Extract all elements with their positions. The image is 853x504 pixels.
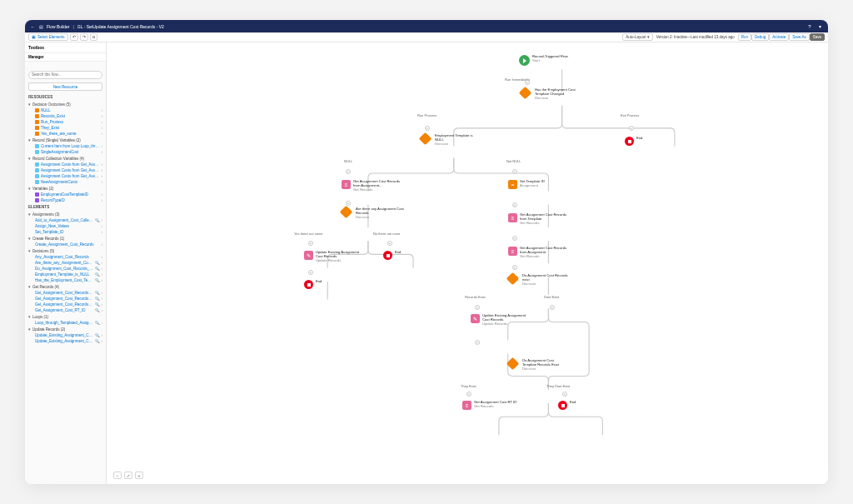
group-variables[interactable]: ▾Variables (2) <box>25 185 106 192</box>
menu-icon[interactable]: ▾ <box>816 23 823 30</box>
group-decision-outcomes[interactable]: ▾Decision Outcomes (5) <box>25 101 106 107</box>
group-create-records[interactable]: ▾Create Records (1) <box>25 235 106 242</box>
decision-node[interactable]: Do Assignment Cost Records existDecision <box>508 274 572 286</box>
end-node[interactable]: End <box>304 280 322 289</box>
add-element-button[interactable]: + <box>387 241 392 246</box>
auto-layout-select[interactable]: Auto-Layout ▾ <box>622 33 653 41</box>
end-node[interactable]: End <box>558 401 576 410</box>
data-icon: ≡ <box>462 401 471 410</box>
select-elements-button[interactable]: ▣Select Elements <box>28 33 68 41</box>
get-records-node[interactable]: ≡ Get Assignment Cost Records from Templ… <box>508 213 570 225</box>
save-button[interactable]: Save <box>810 33 825 41</box>
group-assignments[interactable]: ▾Assignments (3) <box>25 211 106 217</box>
group-record-single[interactable]: ▾Record (Single) Variables (2) <box>25 137 106 143</box>
list-item[interactable]: Get_Assignment_Cost_Records_fr...🔍 › <box>25 302 106 307</box>
redo-button[interactable]: ↷ <box>80 33 88 41</box>
get-records-node[interactable]: ≡ Get Assignment Cost Records from Assig… <box>508 247 570 258</box>
group-decisions[interactable]: ▾Decisions (5) <box>25 247 106 254</box>
zoom-in-button[interactable]: + <box>135 472 143 479</box>
list-item[interactable]: Records_Exist› <box>25 113 106 119</box>
add-element-button[interactable]: + <box>512 265 517 270</box>
add-element-button[interactable]: + <box>425 126 430 131</box>
start-node[interactable]: Record-Triggered FlowStart <box>519 55 568 66</box>
add-element-button[interactable]: + <box>308 270 313 275</box>
decision-node[interactable]: Are there any Assignment Cost RecordsDec… <box>342 207 406 219</box>
add-element-button[interactable]: + <box>466 392 471 397</box>
add-element-button[interactable]: + <box>562 392 567 397</box>
help-icon[interactable]: ? <box>806 23 813 30</box>
get-records-node[interactable]: ≡ Get Assignment Cost RT IDGet Records <box>462 401 516 410</box>
list-item[interactable]: Do_Assignment_Cost_Records_exist🔍 › <box>25 266 106 272</box>
get-records-node[interactable]: ≡ Get Assignment Cost Records from Assig… <box>342 180 403 192</box>
add-element-button[interactable]: + <box>550 305 555 310</box>
list-item[interactable]: Assignment Costs from Get_Assign...› <box>25 173 106 179</box>
list-item[interactable]: Loop_through_Templated_Assignm...🔍 › <box>25 320 106 326</box>
debug-button[interactable]: Debug <box>751 33 769 41</box>
group-loops[interactable]: ▾Loops (1) <box>25 313 106 320</box>
list-item[interactable]: RecordTypeID› <box>25 197 106 203</box>
list-item[interactable]: NewAssignmentCosts› <box>25 179 106 185</box>
add-element-button[interactable]: + <box>512 236 517 241</box>
filter-icon[interactable]: ▤ <box>38 24 43 29</box>
decision-node[interactable]: Has the Employment Cost Template Changed… <box>521 88 585 100</box>
copy-button[interactable]: ⧉ <box>90 33 97 41</box>
list-item[interactable]: Yes_there_are_some› <box>25 131 106 137</box>
list-item[interactable]: SingleAssignmentCost› <box>25 149 106 155</box>
add-element-button[interactable]: + <box>308 241 313 246</box>
list-item[interactable]: Update_Existing_Assignment_Cost...🔍 › <box>25 338 106 344</box>
end-icon <box>383 251 392 260</box>
update-records-node[interactable]: ✎ Update Existing Assignment Cost Record… <box>471 314 528 326</box>
new-resource-button[interactable]: New Resource <box>28 82 102 91</box>
add-element-button[interactable]: + <box>346 169 351 174</box>
manager-tab[interactable]: Manager <box>25 53 106 62</box>
add-element-button[interactable]: + <box>512 202 517 207</box>
add-element-button[interactable]: + <box>346 201 351 206</box>
zoom-out-button[interactable]: − <box>113 472 122 479</box>
back-icon[interactable]: ← <box>30 24 35 29</box>
list-item[interactable]: Add_to_Assignment_Cost_Collection🔍 › <box>25 217 106 223</box>
flow-canvas[interactable]: Record-Triggered FlowStart Run Immediate… <box>107 42 828 484</box>
list-item[interactable]: Assign_New_Values› <box>25 223 106 229</box>
assignment-node[interactable]: = Set Template IDAssignment <box>508 180 545 189</box>
list-item[interactable]: Run_Process› <box>25 119 106 125</box>
decision-node[interactable]: Do Assignment Cost Template Records Exis… <box>508 359 568 371</box>
update-records-node[interactable]: ✎ Update Existing Assignment Cost Record… <box>304 251 362 262</box>
activate-button[interactable]: Activate <box>769 33 789 41</box>
list-item[interactable]: Current Item from Loop Loop_throug...› <box>25 143 106 149</box>
list-item[interactable]: Has_the_Employment_Cost_Templ...🔍 › <box>25 277 106 283</box>
add-element-button[interactable]: + <box>512 169 517 174</box>
list-item[interactable]: Get_Assignment_Cost_Records_fr...🔍 › <box>25 296 106 302</box>
end-node[interactable]: End <box>625 137 642 146</box>
undo-button[interactable]: ↶ <box>70 33 78 41</box>
decision-node[interactable]: Employment Template is NULLDecision <box>421 134 481 146</box>
list-item[interactable]: Create_Assignment_Cost_Records› <box>25 242 106 247</box>
list-item[interactable]: Are_there_any_Assignment_Cost_R...🔍 › <box>25 260 106 266</box>
add-element-button[interactable]: + <box>525 80 530 85</box>
save-as-button[interactable]: Save As <box>789 33 810 41</box>
list-item[interactable]: EmploymentCostTemplateID› <box>25 192 106 197</box>
add-element-button[interactable]: + <box>475 340 480 345</box>
cursor-icon: ▣ <box>32 35 36 39</box>
list-item[interactable]: They_Exist› <box>25 125 106 131</box>
end-node[interactable]: End <box>383 251 401 260</box>
flow-title: GL - SetUpdate Assignment Cost Records -… <box>77 24 164 29</box>
search-input[interactable] <box>28 71 102 79</box>
group-get-records[interactable]: ▾Get Records (4) <box>25 283 106 290</box>
flow-connectors <box>107 42 828 484</box>
list-item[interactable]: Set_Template_ID› <box>25 229 106 235</box>
edge-label: Run Process <box>417 113 436 117</box>
list-item[interactable]: Assignment Costs from Get_Assign...› <box>25 162 106 167</box>
list-item[interactable]: Any_Assignment_Cost_Records› <box>25 254 106 260</box>
add-element-button[interactable]: + <box>629 126 634 131</box>
list-item[interactable]: Employment_Template_is_NULL🔍 › <box>25 272 106 277</box>
list-item[interactable]: Update_Existing_Assignment_Cost...🔍 › <box>25 332 106 338</box>
zoom-fit-button[interactable]: ⤢ <box>124 472 132 479</box>
list-item[interactable]: Get_Assignment_Cost_Records_fr...🔍 › <box>25 290 106 296</box>
run-button[interactable]: Run <box>738 33 751 41</box>
list-item[interactable]: NULL› <box>25 107 106 113</box>
group-record-collection[interactable]: ▾Record Collection Variables (4) <box>25 155 106 162</box>
list-item[interactable]: Get_Assignment_Cost_RT_ID🔍 › <box>25 307 106 313</box>
list-item[interactable]: Assignment Costs from Get_Assign...› <box>25 167 106 173</box>
add-element-button[interactable]: + <box>475 305 480 310</box>
group-update-records[interactable]: ▾Update Records (2) <box>25 326 106 332</box>
